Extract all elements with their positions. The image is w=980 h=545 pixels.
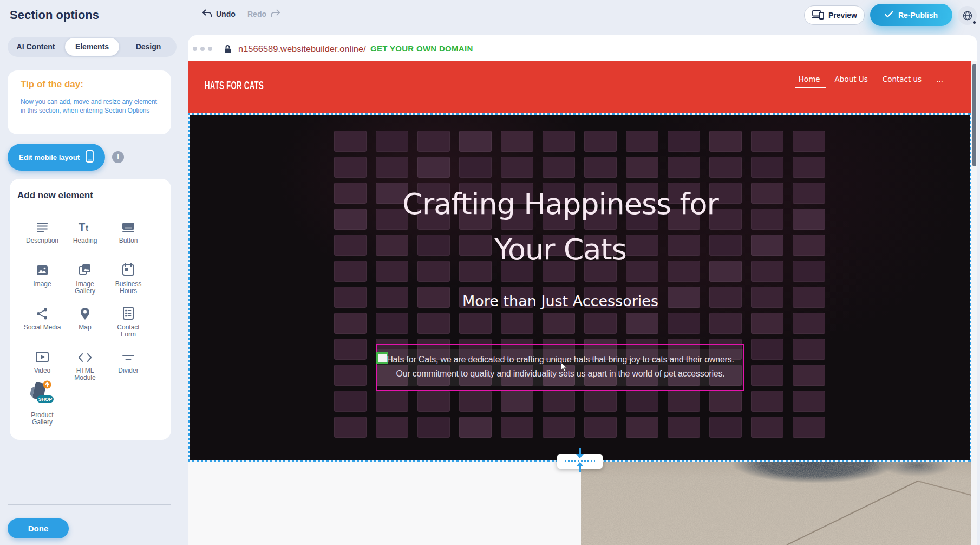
hero-grid-cell bbox=[417, 131, 450, 152]
site-header: HATS FOR CATS Home About Us Contact us .… bbox=[188, 61, 971, 114]
nav-active-underline bbox=[795, 87, 826, 88]
element-button[interactable]: Button bbox=[107, 219, 150, 244]
page-title: Section options bbox=[10, 8, 99, 22]
hero-grid-cell bbox=[459, 131, 492, 152]
hero-grid-cell bbox=[417, 417, 450, 438]
hero-grid-cell bbox=[501, 157, 533, 178]
hero-grid-cell bbox=[376, 391, 408, 412]
hero-grid-cell bbox=[751, 131, 783, 152]
social-media-icon bbox=[36, 306, 49, 320]
done-button[interactable]: Done bbox=[8, 518, 69, 538]
hero-grid-cell bbox=[334, 313, 367, 334]
site-url[interactable]: n1566589.websitebuilder.online/ bbox=[238, 42, 366, 55]
hero-grid-cell bbox=[584, 157, 617, 178]
image-gallery-icon bbox=[78, 263, 92, 277]
redo-icon bbox=[270, 9, 280, 19]
element-description[interactable]: Description bbox=[21, 219, 64, 244]
svg-text:T: T bbox=[79, 221, 85, 233]
description-icon bbox=[36, 219, 49, 233]
browser-dot bbox=[208, 47, 212, 51]
element-social-media[interactable]: Social Media bbox=[21, 306, 64, 331]
hero-grid-cell bbox=[543, 131, 575, 152]
hero-grid-cell bbox=[668, 417, 700, 438]
language-globe-button[interactable] bbox=[958, 6, 977, 25]
hero-grid-cell bbox=[709, 131, 742, 152]
hero-grid-cell bbox=[793, 391, 825, 412]
svg-text:SHOP: SHOP bbox=[38, 397, 53, 402]
hero-grid-cell bbox=[709, 313, 742, 334]
hero-grid-cell bbox=[751, 339, 783, 360]
element-video[interactable]: Video bbox=[21, 349, 64, 374]
info-icon[interactable]: i bbox=[112, 151, 124, 163]
element-product-gallery[interactable]: SHOP Product Gallery bbox=[21, 381, 64, 426]
video-icon bbox=[35, 349, 49, 364]
hero-grid-cell bbox=[709, 157, 742, 178]
undo-label: Undo bbox=[216, 10, 236, 18]
undo-button[interactable]: Undo bbox=[202, 9, 236, 19]
tip-card: Tip of the day: Now you can add, move an… bbox=[8, 70, 171, 134]
add-element-title: Add new element bbox=[17, 190, 93, 201]
map-pin-icon bbox=[79, 306, 91, 320]
sidebar-tabs: AI Content Elements Design bbox=[8, 37, 177, 57]
hero-grid-cell bbox=[459, 417, 492, 438]
hero-grid-cell bbox=[459, 313, 492, 334]
hero-grid-cell bbox=[709, 391, 742, 412]
element-html-module[interactable]: HTML Module bbox=[63, 349, 107, 381]
nav-about-us[interactable]: About Us bbox=[835, 75, 868, 83]
element-contact-form[interactable]: Contact Form bbox=[107, 306, 150, 338]
element-divider[interactable]: Divider bbox=[107, 349, 150, 374]
element-heading[interactable]: Tt Heading bbox=[63, 219, 107, 244]
edit-mobile-layout-button[interactable]: Edit mobile layout bbox=[8, 144, 105, 171]
hero-grid-cell bbox=[543, 391, 575, 412]
hero-grid-cell bbox=[626, 417, 658, 438]
check-icon bbox=[885, 11, 893, 20]
republish-label: Re-Publish bbox=[898, 11, 938, 20]
hero-heading[interactable]: Crafting Happiness for Your Cats bbox=[344, 181, 777, 272]
element-business-hours[interactable]: Business Hours bbox=[107, 263, 150, 295]
hero-grid-cell bbox=[334, 391, 367, 412]
business-hours-icon bbox=[122, 263, 135, 277]
hero-grid-cell bbox=[334, 131, 367, 152]
preview-button[interactable]: Preview bbox=[804, 5, 865, 25]
hero-grid-cell bbox=[626, 131, 658, 152]
hero-grid-cell bbox=[793, 235, 825, 256]
element-map[interactable]: Map bbox=[63, 306, 107, 331]
hero-grid-cell bbox=[584, 131, 617, 152]
hero-grid-cell bbox=[751, 313, 783, 334]
image-icon bbox=[35, 263, 49, 277]
nav-more[interactable]: ... bbox=[936, 75, 943, 83]
globe-icon bbox=[962, 10, 973, 21]
tab-ai-content[interactable]: AI Content bbox=[9, 38, 63, 56]
element-image-gallery[interactable]: Image Gallery bbox=[63, 263, 107, 295]
lock-icon bbox=[224, 44, 231, 56]
hero-grid-cell bbox=[459, 391, 492, 412]
hero-grid-cell bbox=[668, 131, 700, 152]
element-image[interactable]: Image bbox=[21, 263, 64, 288]
hero-subheading[interactable]: More than Just Accessories bbox=[344, 293, 777, 309]
product-gallery-icon: SHOP bbox=[30, 381, 55, 408]
hero-grid-cell bbox=[751, 365, 783, 386]
hero-grid-cell bbox=[543, 157, 575, 178]
undo-icon bbox=[202, 9, 212, 19]
hero-grid-cell bbox=[334, 417, 367, 438]
canvas-scrollbar-handle[interactable] bbox=[972, 64, 976, 166]
hero-grid-cell bbox=[751, 391, 783, 412]
hero-section[interactable]: Crafting Happiness for Your Cats More th… bbox=[188, 114, 971, 460]
next-section-left bbox=[188, 462, 581, 545]
hero-grid-cell bbox=[793, 417, 825, 438]
tab-design[interactable]: Design bbox=[121, 38, 175, 56]
republish-button[interactable]: Re-Publish bbox=[870, 4, 952, 26]
selection-border-top bbox=[188, 113, 971, 115]
get-your-own-domain-link[interactable]: GET YOUR OWN DOMAIN bbox=[370, 42, 473, 55]
hero-grid-cell bbox=[417, 391, 450, 412]
html-module-icon bbox=[78, 349, 92, 364]
tab-elements[interactable]: Elements bbox=[65, 38, 119, 56]
hero-grid-cell bbox=[501, 131, 533, 152]
site-logo[interactable]: HATS FOR CATS bbox=[205, 79, 264, 93]
hero-grid bbox=[334, 131, 825, 438]
redo-button[interactable]: Redo bbox=[247, 9, 280, 19]
hero-grid-cell bbox=[793, 157, 825, 178]
nav-home[interactable]: Home bbox=[799, 75, 820, 83]
resize-arrow-up-head bbox=[576, 462, 584, 466]
nav-contact-us[interactable]: Contact us bbox=[883, 75, 922, 83]
